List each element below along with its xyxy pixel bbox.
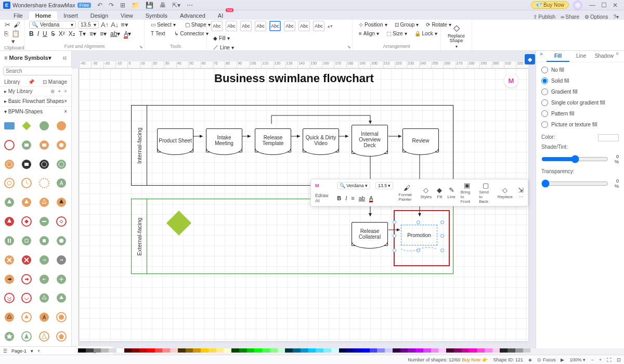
- italic-icon[interactable]: I: [37, 30, 39, 37]
- shape-item[interactable]: A: [38, 311, 50, 323]
- increase-font-icon[interactable]: A↑: [101, 21, 109, 29]
- status-focus[interactable]: ⊙ Focus: [537, 357, 556, 362]
- fit-page-icon[interactable]: ⛶: [607, 357, 612, 362]
- cut-icon[interactable]: ✂: [5, 21, 10, 29]
- add-lib-icon[interactable]: ⊕: [50, 88, 55, 94]
- page-menu-icon[interactable]: ▾: [31, 348, 33, 354]
- transparency-slider[interactable]: [541, 179, 608, 188]
- shape-circle[interactable]: [55, 120, 68, 132]
- shape-item[interactable]: [3, 196, 16, 209]
- strike-icon[interactable]: S̶: [51, 30, 55, 37]
- float-edraw-ai[interactable]: Edraw AI: [315, 193, 332, 203]
- collapse-panel-icon[interactable]: «: [62, 53, 67, 62]
- tab-view[interactable]: View: [114, 11, 139, 20]
- selected-shape-promotion[interactable]: Promotion: [394, 210, 450, 266]
- print-icon[interactable]: 🖶: [160, 2, 166, 9]
- style-preset[interactable]: Abc: [284, 21, 295, 31]
- shape-rect[interactable]: [3, 120, 16, 132]
- shape-item[interactable]: [3, 292, 16, 304]
- opt-gradient-fill[interactable]: Gradient fill: [541, 88, 619, 95]
- shape-item[interactable]: [55, 292, 68, 304]
- fill-tool-icon[interactable]: ◆: [525, 54, 535, 64]
- shape-item[interactable]: [38, 215, 50, 228]
- close-button[interactable]: ✕: [612, 2, 619, 9]
- tab-insert[interactable]: Insert: [57, 11, 84, 20]
- shape-item[interactable]: [55, 273, 68, 285]
- shape-item[interactable]: [3, 235, 16, 247]
- style-preset[interactable]: Abc: [211, 21, 223, 31]
- style-preset[interactable]: Abc: [313, 21, 324, 31]
- tab-symbols[interactable]: Symbols: [139, 11, 174, 20]
- ai-assistant-icon[interactable]: M: [504, 74, 518, 87]
- opt-pattern-fill[interactable]: Pattern fill: [541, 110, 619, 117]
- bullets-icon[interactable]: ≡▾: [89, 30, 96, 37]
- underline-icon[interactable]: U: [43, 30, 47, 37]
- shape-item[interactable]: A: [55, 177, 68, 189]
- page-tab[interactable]: Page-1: [11, 348, 27, 354]
- tab-design[interactable]: Design: [84, 11, 114, 20]
- shape-item[interactable]: [20, 311, 33, 323]
- highlight-icon[interactable]: ab▾: [110, 30, 120, 37]
- tab-file[interactable]: File: [7, 11, 29, 20]
- float-format-painter[interactable]: 🖌Format Painter: [398, 184, 415, 202]
- float-italic[interactable]: I: [345, 195, 347, 201]
- shape-quick-video[interactable]: Quick & Dirty Video: [303, 128, 339, 152]
- shape-intake-meeting[interactable]: Intake Meeting: [206, 128, 242, 152]
- bold-icon[interactable]: B: [29, 30, 34, 37]
- size-menu[interactable]: ⬚ Size▾: [384, 30, 409, 37]
- shape-item[interactable]: [55, 254, 68, 266]
- shape-item[interactable]: [20, 254, 33, 266]
- shape-diamond[interactable]: [20, 120, 33, 132]
- user-avatar[interactable]: [573, 1, 582, 10]
- style-preset[interactable]: Abc: [255, 21, 266, 31]
- redo-icon[interactable]: ↷: [109, 2, 114, 9]
- float-font-family[interactable]: 🔍 Verdana ▾: [337, 182, 370, 189]
- shape-item[interactable]: [3, 330, 16, 343]
- tab-shadow[interactable]: Shadow: [593, 51, 616, 62]
- float-bold[interactable]: B: [337, 195, 341, 201]
- font-color-icon[interactable]: A▾: [124, 30, 131, 37]
- font-dialog-launcher[interactable]: ⬊: [139, 45, 143, 49]
- close-lib-icon[interactable]: ×: [64, 88, 67, 94]
- shape-item[interactable]: [55, 158, 68, 171]
- opt-single-gradient[interactable]: Single color gradient fill: [541, 99, 619, 106]
- style-scroll[interactable]: ▴▾: [328, 23, 333, 29]
- shape-item[interactable]: [20, 235, 33, 247]
- manage-button[interactable]: ⊡ Manage: [43, 79, 67, 85]
- opt-no-fill[interactable]: No fill: [541, 67, 619, 73]
- float-bring-front[interactable]: ▣Bring to Front: [461, 181, 474, 204]
- float-more[interactable]: ⇲⋯: [518, 186, 524, 199]
- opt-picture-fill[interactable]: Picture or texture fill: [541, 121, 619, 128]
- shape-item[interactable]: [20, 139, 33, 151]
- float-send-back[interactable]: ▢Send to Back: [479, 181, 492, 204]
- shape-item[interactable]: [38, 235, 50, 247]
- section-bpmn[interactable]: ▾ BPMN-Shapes×: [0, 106, 71, 116]
- align-menu-icon[interactable]: ≡▾: [121, 21, 128, 29]
- shape-item[interactable]: [38, 254, 50, 266]
- replace-shape-button[interactable]: ◇ Replace Shape ▾: [445, 21, 467, 51]
- buy-now-button[interactable]: 💎 Buy Now: [531, 1, 569, 9]
- shape-item[interactable]: [38, 139, 50, 151]
- select-tool[interactable]: ▭ Select▾: [149, 21, 178, 29]
- options-button[interactable]: ⚙ Options: [584, 14, 608, 20]
- section-basic-flowchart[interactable]: ▸ Basic Flowchart Shapes×: [0, 96, 71, 106]
- diagram-title[interactable]: Business swimlane flowchart: [214, 72, 374, 85]
- shape-item[interactable]: [38, 158, 50, 171]
- shape-item[interactable]: [20, 196, 33, 209]
- shape-release-collateral[interactable]: Release Collateral: [352, 222, 388, 246]
- tab-advanced[interactable]: Advanced: [174, 11, 212, 20]
- tab-line[interactable]: Line: [569, 51, 592, 62]
- line-spacing-icon[interactable]: ≡▾: [100, 30, 107, 37]
- shape-item[interactable]: [3, 177, 16, 189]
- font-size-select[interactable]: 13.5 ▾: [78, 21, 99, 29]
- shape-product-sheet[interactable]: Product Sheet: [157, 128, 193, 152]
- status-presentation-icon[interactable]: ▶: [561, 357, 564, 362]
- shape-item[interactable]: [3, 215, 16, 228]
- save-icon[interactable]: 💾: [146, 2, 153, 9]
- paste-icon[interactable]: 📋▾: [11, 30, 20, 45]
- shape-item[interactable]: [55, 139, 68, 151]
- shape-item[interactable]: [38, 292, 50, 304]
- fullscreen-icon[interactable]: ⊡: [617, 357, 621, 362]
- new-icon[interactable]: ⊞: [120, 2, 125, 9]
- float-underline[interactable]: ab: [359, 195, 365, 201]
